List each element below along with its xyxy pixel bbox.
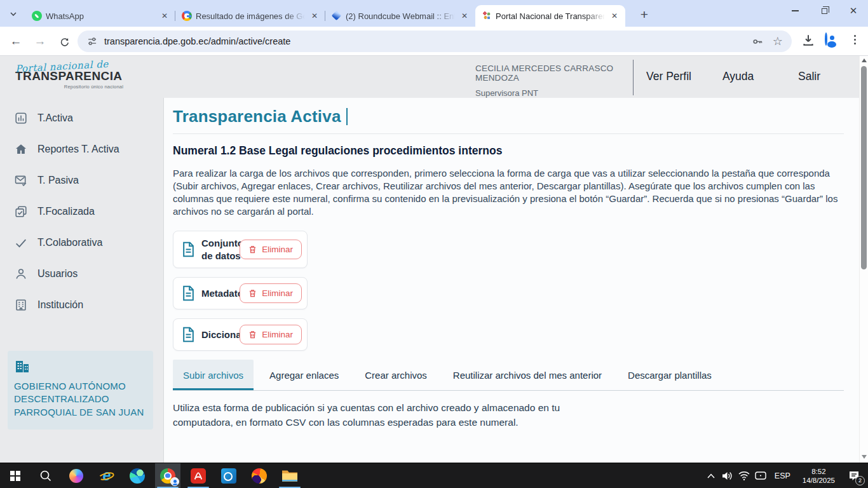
start-button[interactable] xyxy=(3,463,28,488)
acrobat-icon xyxy=(191,468,206,484)
tab-reutilizar-archivos[interactable]: Reutilizar archivos del mes anterior xyxy=(443,360,612,390)
address-bar[interactable]: transparencia.dpe.gob.ec/admin/active/cr… xyxy=(78,30,792,52)
notification-badge: 2 xyxy=(855,476,865,485)
mail-check-icon xyxy=(14,173,28,187)
tab-search-button[interactable] xyxy=(5,6,22,22)
browser-tab-whatsapp[interactable]: WhatsApp ✕ xyxy=(25,5,175,27)
tab-agregar-enlaces[interactable]: Agregar enlaces xyxy=(259,360,349,390)
tray-volume-button[interactable] xyxy=(719,463,736,488)
browser-tab-portal-active[interactable]: Portal Nacional de Transparenci ✕ xyxy=(475,5,625,27)
site-settings-icon xyxy=(86,36,98,47)
notification-center-button[interactable]: 2 xyxy=(841,463,867,488)
new-tab-button[interactable]: + xyxy=(635,6,653,24)
back-button[interactable]: ← xyxy=(6,32,25,51)
browser-tab-google-images[interactable]: Resultado de imágenes de Goo ✕ xyxy=(175,5,325,27)
taskbar: e ESP 8:52 14/8/2025 xyxy=(0,463,868,488)
window-controls: ✕ xyxy=(780,0,868,22)
document-icon xyxy=(180,285,196,302)
main-content: Transparencia Activa Numeral 1.2 Base Le… xyxy=(165,98,859,463)
reload-button[interactable] xyxy=(55,32,74,51)
taskbar-file-explorer-button[interactable] xyxy=(277,463,302,488)
text-cursor xyxy=(346,108,348,125)
taskbar-copilot-button[interactable] xyxy=(64,463,89,488)
language-indicator[interactable]: ESP xyxy=(769,471,796,480)
scrollbar-up-arrow[interactable] xyxy=(862,58,867,62)
scrollbar-thumb[interactable] xyxy=(861,66,867,269)
tab-close-icon[interactable]: ✕ xyxy=(309,10,320,22)
file-label: Metadatos xyxy=(201,287,242,300)
reload-icon xyxy=(59,36,70,47)
nav-salir[interactable]: Salir xyxy=(798,70,820,83)
tab-description: Utiliza esta forma de publicación si ya … xyxy=(173,400,613,430)
nav-ayuda[interactable]: Ayuda xyxy=(722,70,754,83)
password-key-icon[interactable] xyxy=(752,36,764,48)
tab-close-icon[interactable]: ✕ xyxy=(609,10,620,22)
tab-close-icon[interactable]: ✕ xyxy=(459,10,470,22)
portal-icon xyxy=(482,11,492,21)
window-close-button[interactable]: ✕ xyxy=(839,0,868,22)
sidebar-item-label: T.Focalizada xyxy=(37,206,95,217)
browser-tab-roundcube[interactable]: (2) Roundcube Webmail :: Entra ✕ xyxy=(325,5,475,27)
browser-menu-button[interactable] xyxy=(854,35,856,44)
restore-icon xyxy=(822,8,827,14)
taskbar-firefox-button[interactable] xyxy=(247,463,272,488)
user-name: CECILIA MERCEDES CARRASCO MENDOZA xyxy=(475,64,632,83)
app-header: Portal nacional de TRANSPARENCIA Reposit… xyxy=(0,56,859,98)
taskbar-internet-explorer-button[interactable]: e xyxy=(94,463,119,488)
document-icon xyxy=(180,326,196,343)
file-card-conjunto-de-datos: Conjunto de datos Eliminar xyxy=(173,231,308,268)
downloads-button[interactable] xyxy=(801,33,815,47)
roundcube-icon xyxy=(332,11,342,21)
institution-card[interactable]: GOBIERNO AUTÓNOMO DESCENTRALIZADO PARROQ… xyxy=(8,351,153,430)
home-icon xyxy=(14,142,28,156)
page-scrollbar[interactable] xyxy=(859,56,868,463)
volume-icon xyxy=(721,470,734,482)
url-text[interactable]: transparencia.dpe.gob.ec/admin/active/cr… xyxy=(104,36,743,46)
sidebar-item-usuarios[interactable]: Usuarios xyxy=(0,258,163,289)
sidebar-item-label: T.Colaborativa xyxy=(37,237,102,248)
page-title: Transparencia Activa xyxy=(173,107,341,126)
eliminar-button[interactable]: Eliminar xyxy=(240,283,302,303)
taskbar-edge-button[interactable] xyxy=(125,463,150,488)
sidebar-item-reportes-t-activa[interactable]: Reportes T. Activa xyxy=(0,133,163,165)
tab-close-icon[interactable]: ✕ xyxy=(159,10,170,22)
tab-subir-archivos[interactable]: Subir archivos xyxy=(173,360,254,390)
download-icon xyxy=(801,33,815,47)
minimize-icon xyxy=(792,10,799,11)
taskbar-chrome-button[interactable] xyxy=(155,463,180,488)
taskbar-outlook-button[interactable] xyxy=(216,463,241,488)
sidebar-item-t-pasiva[interactable]: T. Pasiva xyxy=(0,165,163,196)
tray-chevron-up-button[interactable] xyxy=(703,463,719,488)
tab-crear-archivos[interactable]: Crear archivos xyxy=(355,360,437,390)
sidebar-item-t-colaborativa[interactable]: T.Colaborativa xyxy=(0,227,163,258)
sidebar-item-institucion[interactable]: Institución xyxy=(0,289,163,320)
tray-wifi-button[interactable] xyxy=(736,463,752,488)
taskbar-acrobat-button[interactable] xyxy=(186,463,211,488)
nav-ver-perfil[interactable]: Ver Perfil xyxy=(646,70,691,83)
document-icon xyxy=(180,241,196,258)
bookmark-star-icon[interactable]: ☆ xyxy=(773,34,783,48)
window-minimize-button[interactable] xyxy=(780,0,810,22)
title-divider xyxy=(173,133,844,134)
eliminar-button[interactable]: Eliminar xyxy=(240,325,302,344)
eliminar-button[interactable]: Eliminar xyxy=(240,240,302,259)
sidebar-item-t-activa[interactable]: T.Activa xyxy=(0,102,163,133)
taskbar-clock[interactable]: 8:52 14/8/2025 xyxy=(796,467,841,485)
tab-descargar-plantillas[interactable]: Descargar plantillas xyxy=(618,360,722,390)
file-label: Conjunto de datos xyxy=(201,237,242,262)
profile-button[interactable] xyxy=(825,34,827,45)
institution-building-icon xyxy=(14,359,31,374)
window-restore-button[interactable] xyxy=(810,0,839,22)
chevron-up-icon xyxy=(707,473,715,479)
sidebar-item-t-focalizada[interactable]: T.Focalizada xyxy=(0,196,163,227)
eliminar-label: Eliminar xyxy=(262,330,293,339)
tray-cast-button[interactable] xyxy=(752,463,769,488)
taskbar-search-button[interactable] xyxy=(33,463,58,488)
internet-explorer-icon: e xyxy=(98,468,115,484)
logo-tagline: Repositorio único nacional xyxy=(15,84,123,90)
chevron-down-icon xyxy=(10,10,17,18)
institution-name: GOBIERNO AUTÓNOMO DESCENTRALIZADO PARROQ… xyxy=(14,380,146,419)
clock-time: 8:52 xyxy=(803,467,835,476)
scrollbar-down-arrow[interactable] xyxy=(862,455,867,459)
sidebar-item-label: Usuarios xyxy=(37,268,78,280)
